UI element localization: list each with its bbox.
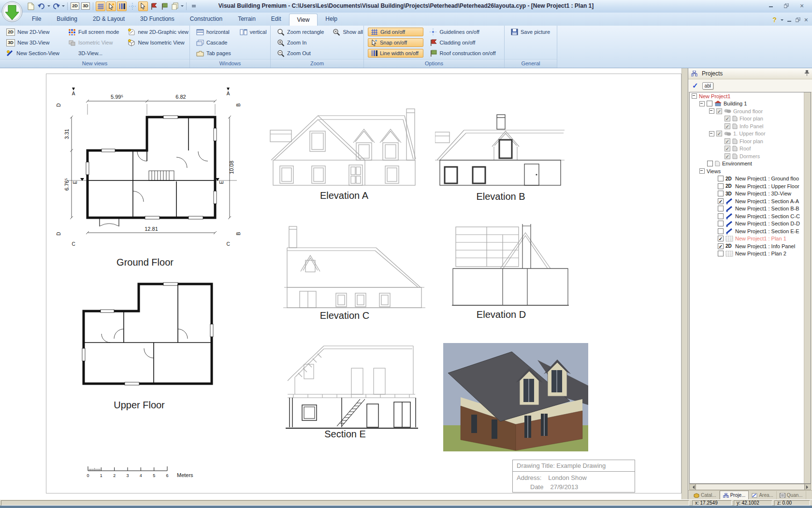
roof-construction-toggle-icon[interactable] bbox=[160, 1, 169, 11]
grid-toggle-icon[interactable] bbox=[96, 1, 105, 11]
tree-item-view-section-bb[interactable]: New Project1 : Section B-B bbox=[690, 205, 811, 213]
checkbox-unchecked[interactable] bbox=[718, 251, 724, 256]
app-logo-button[interactable] bbox=[1, 0, 23, 23]
apply-check-button[interactable]: ✓ bbox=[692, 81, 698, 90]
tab-terrain[interactable]: Terrain bbox=[230, 13, 263, 26]
tree-horizontal-scrollbar[interactable] bbox=[689, 484, 811, 490]
cladding-on-off-button[interactable]: Cladding on/off bbox=[427, 39, 500, 46]
elevation-a-drawing[interactable] bbox=[269, 102, 419, 188]
tree-item-views[interactable]: Views bbox=[690, 167, 811, 175]
snap-on-off-button[interactable]: Snap on/off bbox=[368, 38, 423, 47]
scroll-left-arrow[interactable] bbox=[689, 484, 696, 490]
tab-projects[interactable]: Proje... bbox=[720, 491, 749, 499]
tab-file[interactable]: File bbox=[24, 13, 49, 26]
select-tool-icon[interactable] bbox=[138, 1, 148, 11]
child-minimize-button[interactable] bbox=[787, 15, 792, 24]
tree-item-building[interactable]: Building 1 bbox=[690, 100, 811, 108]
tree-item-gf-info-panel[interactable]: Info Panel bbox=[690, 122, 811, 130]
render-3d-view[interactable] bbox=[443, 343, 588, 451]
tab-view[interactable]: View bbox=[289, 14, 318, 26]
upper-floor-plan[interactable] bbox=[81, 281, 219, 389]
undo-icon[interactable] bbox=[37, 1, 46, 11]
checkbox-checked[interactable] bbox=[725, 138, 730, 144]
tree-item-view-section-ee[interactable]: New Project1 : Section E-E bbox=[690, 227, 811, 235]
tree-item-view-section-cc[interactable]: New Project1 : Section C-C bbox=[690, 212, 811, 220]
checkbox-checked[interactable] bbox=[718, 236, 724, 241]
tree-item-gf-floor-plan[interactable]: Floor plan bbox=[690, 115, 811, 123]
tree-item-ground-floor[interactable]: Ground floor bbox=[690, 107, 811, 115]
checkbox-unchecked[interactable] bbox=[718, 206, 724, 211]
expander-icon[interactable] bbox=[709, 131, 714, 136]
show-all-button[interactable]: Show all bbox=[330, 28, 365, 36]
tree-item-root[interactable]: New Project1 bbox=[690, 92, 811, 100]
toolbar-more-icon[interactable] bbox=[189, 1, 199, 11]
undo-dropdown[interactable] bbox=[47, 5, 50, 8]
new-isometric-view-button[interactable]: New Isometric View bbox=[125, 39, 191, 47]
new-section-view-button[interactable]: New Section-View bbox=[4, 49, 62, 57]
close-button[interactable]: × bbox=[796, 2, 808, 9]
pin-icon[interactable] bbox=[805, 70, 809, 77]
windows-horizontal-button[interactable]: horizontal bbox=[194, 29, 233, 36]
help-dropdown[interactable] bbox=[781, 19, 783, 22]
tab-help[interactable]: Help bbox=[318, 13, 345, 26]
tree-item-uf-floor-plan[interactable]: Floor plan bbox=[690, 137, 811, 145]
tab-2d-layout[interactable]: 2D & Layout bbox=[85, 13, 132, 26]
minimize-button[interactable] bbox=[765, 2, 777, 9]
tree-item-view-plan-2[interactable]: New Project1 : Plan 2 bbox=[690, 250, 811, 258]
redo-icon[interactable] bbox=[51, 1, 61, 11]
redo-dropdown[interactable] bbox=[62, 5, 65, 8]
zoom-rectangle-button[interactable]: Zoom rectangle bbox=[275, 28, 326, 36]
checkbox-checked[interactable] bbox=[725, 116, 730, 121]
windows-tab-pages-button[interactable]: Tab pages bbox=[194, 50, 233, 57]
rename-button[interactable]: abl bbox=[702, 82, 713, 90]
new-3d-view-icon[interactable]: 3D bbox=[81, 1, 90, 11]
zoom-in-button[interactable]: Zoom In bbox=[275, 39, 326, 47]
expander-icon[interactable] bbox=[709, 108, 714, 114]
zoom-out-button[interactable]: Zoom Out bbox=[275, 49, 326, 58]
tab-construction[interactable]: Construction bbox=[182, 13, 230, 26]
new-2d-view-icon[interactable]: 2D bbox=[70, 1, 80, 11]
tree-item-upper-floor[interactable]: 1. Upper floor bbox=[690, 130, 811, 138]
tree-item-environment[interactable]: Environment bbox=[690, 160, 811, 168]
snap-toggle-icon[interactable] bbox=[106, 1, 116, 11]
expander-icon[interactable] bbox=[699, 101, 705, 106]
checkbox-checked[interactable] bbox=[725, 123, 730, 129]
canvas-vertical-scrollbar[interactable] bbox=[682, 68, 688, 499]
elevation-b-drawing[interactable] bbox=[435, 107, 566, 188]
restore-button[interactable] bbox=[780, 2, 793, 9]
drawing-canvas[interactable]: 5.99⁵ 6.82 3.31 6.76⁵ 10.08 12.81 A A D … bbox=[0, 68, 682, 499]
tab-3d-functions[interactable]: 3D Functions bbox=[132, 13, 182, 26]
child-restore-button[interactable] bbox=[796, 15, 800, 24]
tree-item-view-section-dd[interactable]: New Project1 : Section D-D bbox=[690, 220, 811, 228]
checkbox-unchecked[interactable] bbox=[718, 191, 724, 196]
cladding-toggle-icon[interactable] bbox=[149, 1, 159, 11]
tree-item-dormers[interactable]: Dormers bbox=[690, 152, 811, 160]
tree-item-view-upper-floor[interactable]: 2DNew Project1 : Upper Floor bbox=[690, 182, 811, 190]
tree-item-view-plan-1[interactable]: New Project1 : Plan 1 bbox=[690, 235, 811, 243]
tab-area[interactable]: Area... bbox=[749, 491, 776, 499]
tree-item-view-section-aa[interactable]: New Project1 : Section A-A bbox=[690, 197, 811, 205]
new-3d-view-button[interactable]: 3DNew 3D-View bbox=[4, 39, 62, 47]
tree-vertical-scrollbar[interactable] bbox=[804, 92, 811, 483]
elevation-d-drawing[interactable] bbox=[452, 224, 570, 309]
help-icon[interactable]: ? bbox=[772, 16, 777, 24]
section-e-drawing[interactable] bbox=[279, 340, 421, 432]
checkbox-checked[interactable] bbox=[718, 243, 724, 249]
3d-view-more-button[interactable]: 3D-View... bbox=[66, 50, 121, 57]
checkbox-unchecked[interactable] bbox=[718, 221, 724, 226]
expander-icon[interactable] bbox=[699, 168, 705, 174]
isometric-view-button[interactable]: Isometric View bbox=[66, 39, 121, 46]
expander-icon[interactable] bbox=[692, 93, 697, 99]
checkbox-checked[interactable] bbox=[718, 198, 724, 204]
tree-item-view-ground-floor[interactable]: 2DNew Project1 : Ground floo bbox=[690, 175, 811, 183]
checkbox-checked[interactable] bbox=[716, 108, 722, 114]
checkbox-checked[interactable] bbox=[725, 153, 730, 159]
tree-item-view-info-panel[interactable]: 2DNew Project1 : Info Panel bbox=[690, 242, 811, 250]
tab-edit[interactable]: Edit bbox=[263, 13, 289, 26]
checkbox-unchecked[interactable] bbox=[707, 101, 712, 106]
checkbox-unchecked[interactable] bbox=[718, 213, 724, 219]
tab-building[interactable]: Building bbox=[49, 13, 85, 26]
scroll-right-arrow[interactable] bbox=[805, 484, 811, 490]
tab-catalog[interactable]: Catal... bbox=[691, 491, 720, 499]
checkbox-unchecked[interactable] bbox=[718, 176, 724, 181]
